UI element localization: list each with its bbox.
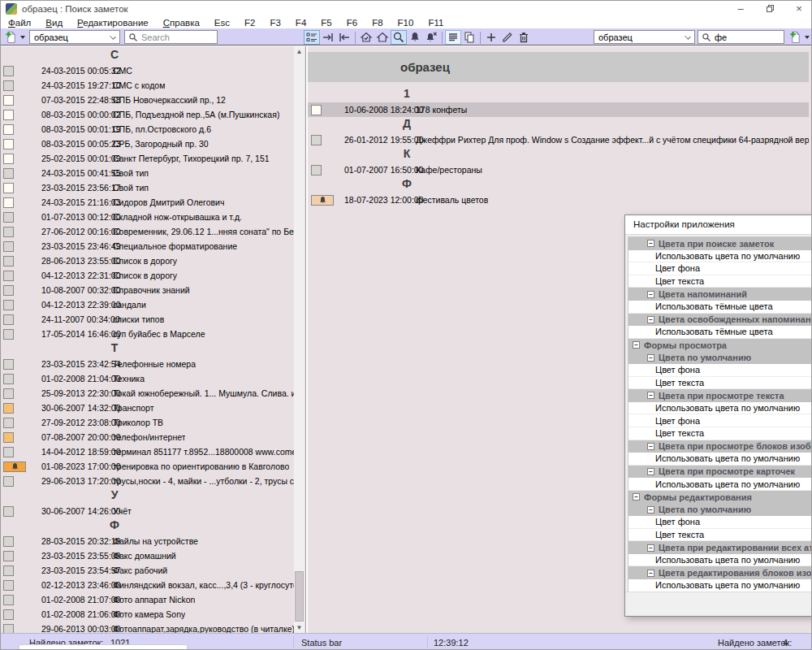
note-checkbox[interactable] — [3, 624, 14, 634]
note-row[interactable]: 24-03-2015 21:16:03Сидоров Дмитрий Олего… — [1, 195, 295, 210]
note-checkbox[interactable] — [3, 609, 14, 620]
scroll-down-icon[interactable]: ▼ — [294, 622, 304, 633]
close-button[interactable]: × — [785, 1, 812, 17]
note-checkbox[interactable] — [3, 300, 14, 310]
note-row[interactable]: 08-03-2015 00:05:23СРБ, Загородный пр. 3… — [1, 136, 295, 151]
note-checkbox[interactable] — [3, 241, 14, 252]
collapse-icon[interactable]: − — [647, 544, 654, 552]
note-row[interactable]: 02-12-2013 23:46:00Финляндский вокзал, к… — [1, 578, 295, 592]
collapse-icon[interactable]: − — [647, 392, 654, 399]
note-checkbox[interactable] — [3, 256, 14, 266]
note-checkbox[interactable] — [311, 135, 322, 145]
note-row[interactable]: 24-03-2015 00:41:55Свой тип — [1, 166, 295, 180]
settings-group-row[interactable]: −Цвета освобожденных напоминаний — [628, 314, 812, 327]
note-row[interactable]: 08-03-2015 00:00:02СПБ, Подъездной пер.,… — [1, 107, 295, 122]
collapse-icon[interactable]: − — [647, 354, 654, 362]
note-checkbox[interactable] — [3, 329, 14, 340]
settings-group-row[interactable]: −Цвета при просмотре текста — [628, 389, 812, 402]
menu-item-esc[interactable]: Esc — [207, 18, 237, 28]
note-checkbox[interactable] — [3, 139, 14, 150]
note-row[interactable]: 17-05-2014 16:46:00суп буйабес в Марселе — [1, 327, 295, 341]
note-row[interactable]: 30-06-2007 14:32:00Транспорт — [1, 401, 295, 415]
delete-button[interactable] — [516, 30, 532, 45]
note-checkbox[interactable] — [3, 595, 14, 605]
bell-off-button[interactable] — [423, 30, 439, 45]
menu-item-f2[interactable]: F2 — [237, 18, 262, 28]
scroll-up-icon[interactable]: ▲ — [294, 46, 304, 57]
note-row[interactable]: 25-02-2015 00:01:09Санкт Петербург, Тихо… — [1, 151, 295, 166]
search-input-left[interactable]: Search — [124, 30, 218, 44]
tab-left-button[interactable] — [336, 30, 352, 45]
home-check-button[interactable] — [358, 30, 374, 45]
note-row[interactable]: 04-12-2013 22:39:00сандали — [1, 297, 295, 312]
note-row[interactable]: 01-07-2013 00:12:00Складной нож-открываш… — [1, 210, 295, 224]
note-row[interactable]: 08-03-2015 00:01:19СПБ, пл.Островского д… — [1, 122, 295, 136]
collapse-icon[interactable]: − — [647, 316, 654, 323]
menu-item-вид[interactable]: Вид — [38, 18, 70, 28]
menu-item-f3[interactable]: F3 — [262, 18, 287, 28]
note-checkbox[interactable] — [3, 168, 14, 179]
menu-item-f5[interactable]: F5 — [313, 18, 339, 28]
note-row[interactable]: 01-02-2008 21:04:00Техника — [1, 371, 295, 386]
note-row[interactable]: 23-03-2015 23:46:49Специальное форматиро… — [1, 239, 295, 254]
settings-group-row[interactable]: −Цвета по умолчанию — [628, 503, 812, 516]
note-row[interactable]: 07-08-2007 20:00:00телефон/интернет — [1, 430, 295, 444]
settings-group-row[interactable]: −Цвета при просмотре блоков изображений … — [628, 440, 812, 453]
note-checkbox[interactable] — [3, 197, 14, 208]
note-checkbox[interactable] — [3, 66, 14, 76]
note-checkbox[interactable] — [3, 285, 14, 296]
notebook-combo-left[interactable]: образец — [29, 30, 120, 44]
note-checkbox[interactable] — [3, 506, 14, 517]
bell-button[interactable] — [407, 30, 423, 45]
menu-item-справка[interactable]: Справка — [156, 18, 207, 28]
settings-group-row[interactable]: −Формы редактирования — [628, 491, 812, 504]
collapse-icon[interactable]: − — [633, 493, 640, 500]
note-checkbox[interactable] — [3, 110, 14, 120]
note-row[interactable]: 29-06-2013 17:20:00трусы,носки - 4, майк… — [1, 474, 295, 488]
note-checkbox[interactable] — [3, 580, 14, 591]
note-checkbox[interactable] — [3, 80, 14, 91]
copy-button[interactable] — [461, 30, 477, 45]
note-row[interactable]: 27-09-2012 23:08:00Триколор ТВ — [1, 415, 295, 430]
menu-item-файл[interactable]: Файл — [1, 18, 38, 28]
note-checkbox[interactable] — [3, 551, 14, 561]
tab-right-button[interactable] — [320, 30, 336, 45]
note-checkbox[interactable] — [3, 227, 14, 237]
note-checkbox[interactable] — [3, 566, 14, 576]
note-row[interactable]: 18-07-2023 12:00:00фестиваль цветов — [308, 193, 809, 207]
menu-item-f10[interactable]: F10 — [391, 18, 421, 28]
note-checkbox[interactable] — [311, 105, 322, 115]
note-row[interactable]: 29-06-2013 00:03:00Фотоаппарат,зарядка,р… — [1, 622, 295, 633]
note-row[interactable]: 25-09-2013 22:30:00Токай южнобережный. 1… — [1, 386, 295, 401]
note-row[interactable]: 07-03-2015 22:48:58СПБ Новочеркасский пр… — [1, 93, 295, 107]
note-checkbox[interactable] — [3, 476, 14, 487]
note-checkbox[interactable] — [3, 154, 14, 164]
note-row[interactable]: 24-11-2007 00:34:00списки типов — [1, 312, 295, 327]
settings-group-row[interactable]: −Цвета при просмотре карточек — [628, 466, 812, 479]
settings-group-row[interactable]: −Цвета при поиске заметок — [628, 237, 812, 250]
note-row[interactable]: 10-06-2008 18:24:00178 конфеты — [308, 102, 809, 117]
note-row[interactable]: 23-03-2015 23:56:17Свой тип — [1, 180, 295, 195]
note-row[interactable]: 10-08-2007 00:32:00Справочник знаний — [1, 283, 295, 297]
search-mode-button[interactable] — [391, 30, 407, 45]
menu-item-f11[interactable]: F11 — [421, 18, 451, 28]
menu-item-f6[interactable]: F6 — [339, 18, 365, 28]
note-checkbox[interactable] — [3, 314, 14, 325]
note-row[interactable]: 27-06-2012 00:16:00Современник, 29.06.12… — [1, 224, 295, 239]
note-row[interactable]: 26-01-2012 19:55:00Джеффри Рихтер Для пр… — [308, 132, 809, 147]
restore-button[interactable] — [756, 1, 784, 17]
note-row[interactable]: 30-06-2007 14:26:00Учёт — [1, 504, 295, 518]
note-row[interactable]: 01-08-2023 17:00:00тренировка по ориенти… — [1, 459, 295, 474]
note-row[interactable]: 23-03-2015 23:55:09Факс домашний — [1, 548, 295, 563]
collapse-icon[interactable]: − — [647, 240, 654, 247]
settings-group-row[interactable]: −Цвета редактирования блоков изображений… — [628, 566, 812, 579]
settings-group-row[interactable]: −Формы просмотра — [628, 339, 812, 352]
new-note-split-button[interactable] — [3, 30, 26, 44]
settings-group-row[interactable]: −Цвета напоминаний — [628, 288, 812, 301]
note-checkbox[interactable] — [3, 403, 14, 414]
collapse-icon[interactable]: − — [647, 506, 654, 514]
menu-item-f4[interactable]: F4 — [288, 18, 313, 28]
note-checkbox[interactable] — [3, 536, 14, 547]
settings-group-row[interactable]: −Цвета при редактировании всех атрибутов… — [628, 541, 812, 554]
note-checkbox[interactable] — [3, 388, 14, 399]
